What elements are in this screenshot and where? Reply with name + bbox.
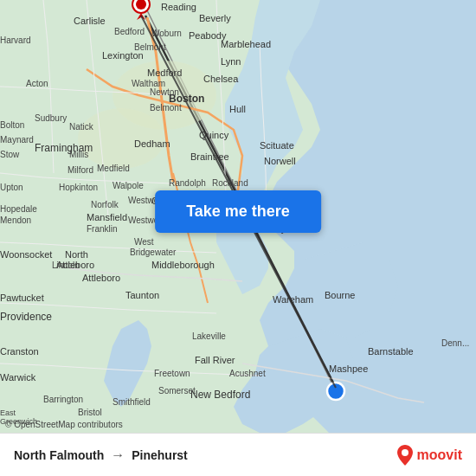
svg-text:Medford: Medford bbox=[147, 68, 182, 78]
svg-point-86 bbox=[327, 383, 344, 400]
svg-text:Dedham: Dedham bbox=[134, 138, 170, 149]
svg-text:Norwell: Norwell bbox=[264, 156, 296, 166]
svg-text:Somerset: Somerset bbox=[158, 386, 196, 396]
svg-text:Marblehead: Marblehead bbox=[221, 39, 271, 49]
svg-text:New Bedford: New Bedford bbox=[190, 389, 250, 401]
svg-text:Mashpee: Mashpee bbox=[329, 363, 368, 374]
arrow-right-icon: → bbox=[111, 447, 125, 463]
svg-text:Lynn: Lynn bbox=[221, 56, 241, 67]
svg-text:Barnstable: Barnstable bbox=[368, 346, 414, 357]
svg-text:Beverly: Beverly bbox=[199, 13, 231, 23]
to-location: Pinehurst bbox=[132, 448, 188, 462]
svg-point-88 bbox=[402, 449, 408, 456]
svg-text:Providence: Providence bbox=[0, 311, 52, 323]
svg-text:Norfolk: Norfolk bbox=[91, 200, 119, 209]
svg-text:Acton: Acton bbox=[26, 79, 48, 88]
svg-text:Scituate: Scituate bbox=[260, 140, 294, 151]
svg-text:Stow: Stow bbox=[0, 150, 20, 159]
svg-text:Chelsea: Chelsea bbox=[203, 74, 239, 84]
from-location: North Falmouth bbox=[14, 448, 104, 462]
svg-text:Woonsocket: Woonsocket bbox=[0, 249, 52, 260]
svg-text:Franklin: Franklin bbox=[87, 224, 118, 234]
svg-text:Walpole: Walpole bbox=[113, 181, 144, 190]
svg-text:Mansfield: Mansfield bbox=[87, 212, 127, 222]
svg-text:Hull: Hull bbox=[229, 104, 246, 114]
svg-text:Lakeville: Lakeville bbox=[192, 331, 226, 341]
svg-text:Wareham: Wareham bbox=[273, 294, 313, 305]
svg-text:East: East bbox=[0, 408, 16, 417]
svg-text:Bristol: Bristol bbox=[78, 408, 102, 417]
svg-text:Pawtucket: Pawtucket bbox=[0, 293, 44, 303]
svg-text:Hopedale: Hopedale bbox=[0, 204, 37, 214]
moovit-brand-text: moovit bbox=[417, 447, 462, 463]
map-attribution: © OpenStreetMap contributors bbox=[5, 420, 123, 429]
moovit-logo: moovit bbox=[396, 445, 462, 466]
svg-text:Fall River: Fall River bbox=[195, 355, 235, 365]
svg-text:Bolton: Bolton bbox=[0, 120, 24, 130]
svg-text:Attleboro: Attleboro bbox=[82, 273, 120, 283]
svg-text:Natick: Natick bbox=[69, 122, 94, 132]
svg-text:Cranston: Cranston bbox=[0, 346, 39, 357]
svg-text:Smithfield: Smithfield bbox=[113, 397, 151, 407]
svg-text:Hopkinton: Hopkinton bbox=[59, 183, 98, 192]
bottom-bar: North Falmouth → Pinehurst moovit bbox=[0, 433, 476, 476]
svg-text:Middleborough: Middleborough bbox=[151, 260, 215, 270]
svg-text:North: North bbox=[65, 249, 88, 260]
moovit-pin-icon bbox=[396, 445, 414, 466]
route-info: North Falmouth → Pinehurst bbox=[14, 447, 188, 463]
svg-text:Mendon: Mendon bbox=[0, 215, 31, 225]
svg-text:Freetown: Freetown bbox=[154, 369, 190, 378]
svg-text:Milford: Milford bbox=[68, 165, 93, 175]
svg-text:Millis: Millis bbox=[69, 150, 88, 159]
svg-text:Bourne: Bourne bbox=[325, 290, 355, 300]
map-container: Carlisle Lexington Reading Beverly Peabo… bbox=[0, 0, 476, 433]
svg-text:Maynard: Maynard bbox=[0, 135, 34, 145]
svg-text:Bridgewater: Bridgewater bbox=[130, 248, 177, 257]
svg-text:Newton: Newton bbox=[150, 87, 179, 97]
svg-text:Taunton: Taunton bbox=[125, 290, 159, 300]
svg-text:Medfield: Medfield bbox=[97, 164, 130, 173]
svg-text:Bedford: Bedford bbox=[114, 27, 145, 36]
svg-text:West: West bbox=[134, 237, 154, 247]
svg-text:Belmont: Belmont bbox=[134, 42, 166, 52]
svg-text:Woburn: Woburn bbox=[151, 29, 182, 38]
svg-text:Reading: Reading bbox=[161, 2, 196, 12]
take-me-there-button[interactable]: Take me there bbox=[155, 190, 321, 233]
svg-text:Sudbury: Sudbury bbox=[35, 113, 67, 123]
svg-text:Belmont: Belmont bbox=[150, 103, 182, 113]
svg-text:Randolph: Randolph bbox=[169, 178, 206, 188]
svg-text:Barrington: Barrington bbox=[43, 395, 83, 404]
svg-text:Denn...: Denn... bbox=[441, 338, 469, 348]
svg-text:Warwick: Warwick bbox=[0, 372, 36, 383]
svg-text:Braintree: Braintree bbox=[190, 151, 229, 162]
svg-text:Lincoln: Lincoln bbox=[52, 261, 80, 270]
svg-text:Upton: Upton bbox=[0, 183, 23, 192]
svg-text:Carlisle: Carlisle bbox=[74, 16, 106, 26]
svg-text:Acushnet: Acushnet bbox=[229, 369, 266, 378]
svg-text:Harvard: Harvard bbox=[0, 35, 31, 45]
